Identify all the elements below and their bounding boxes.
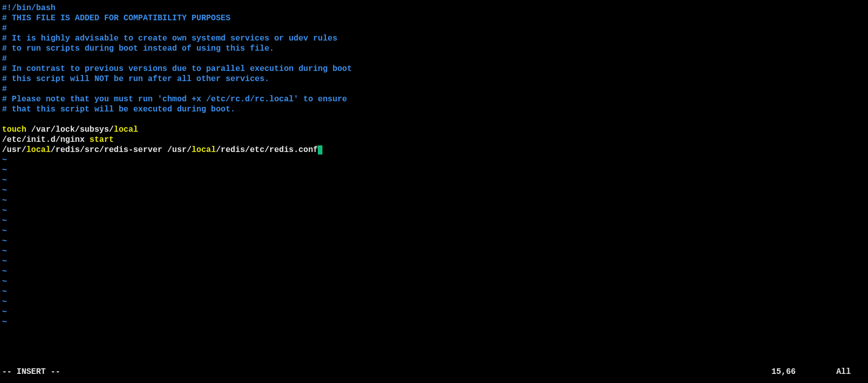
code-line: /etc/init.d/nginx start xyxy=(2,135,866,145)
code-line: /usr/local/redis/src/redis-server /usr/l… xyxy=(2,145,866,155)
code-line: # that this script will be executed duri… xyxy=(2,104,866,114)
code-segment: # Please note that you must run 'chmod +… xyxy=(2,95,347,104)
code-segment: # It is highly advisable to create own s… xyxy=(2,34,338,43)
empty-line-tilde: ~ xyxy=(2,155,866,165)
code-line: # THIS FILE IS ADDED FOR COMPATIBILITY P… xyxy=(2,13,866,23)
code-segment: /etc/init.d/nginx xyxy=(2,135,90,144)
code-segment: /usr/ xyxy=(2,145,26,155)
code-segment: /redis/src/redis-server /usr/ xyxy=(51,145,191,155)
empty-line-tilde: ~ xyxy=(2,246,866,256)
code-segment: #!/bin/bash xyxy=(2,4,56,13)
vim-scroll-position: All xyxy=(836,367,851,377)
code-line: # It is highly advisable to create own s… xyxy=(2,33,866,44)
code-segment: # xyxy=(2,54,7,63)
empty-line-tilde: ~ xyxy=(2,175,866,185)
empty-line-tilde: ~ xyxy=(2,256,866,266)
code-line: #!/bin/bash xyxy=(2,3,866,13)
empty-line-tilde: ~ xyxy=(2,165,866,175)
code-segment: # In contrast to previous versions due t… xyxy=(2,64,352,73)
code-line: touch /var/lock/subsys/local xyxy=(2,125,866,135)
empty-line-tilde: ~ xyxy=(2,206,866,216)
empty-line-tilde: ~ xyxy=(2,297,866,307)
code-segment: # THIS FILE IS ADDED FOR COMPATIBILITY P… xyxy=(2,14,230,23)
code-segment: start xyxy=(90,135,114,144)
code-segment: /var/lock/subsys/ xyxy=(26,125,114,134)
code-line: # xyxy=(2,84,866,94)
code-line: # xyxy=(2,54,866,64)
empty-line-tilde: ~ xyxy=(2,236,866,246)
empty-line-tilde: ~ xyxy=(2,277,866,287)
vim-mode-indicator: -- INSERT -- xyxy=(2,367,60,377)
code-line: # this script will NOT be run after all … xyxy=(2,74,866,84)
code-segment: touch xyxy=(2,125,26,134)
code-segment: # this script will NOT be run after all … xyxy=(2,74,269,84)
vim-cursor-position: 15,66 xyxy=(771,367,796,377)
code-segment: # to run scripts during boot instead of … xyxy=(2,44,274,53)
code-line xyxy=(2,114,866,125)
empty-line-tilde: ~ xyxy=(2,307,866,317)
empty-line-tilde: ~ xyxy=(2,216,866,226)
code-line: # xyxy=(2,23,866,33)
code-segment: local xyxy=(26,145,51,155)
empty-line-tilde: ~ xyxy=(2,266,866,277)
code-line: # to run scripts during boot instead of … xyxy=(2,44,866,54)
code-segment: # that this script will be executed duri… xyxy=(2,105,235,114)
empty-line-tilde: ~ xyxy=(2,226,866,236)
empty-line-tilde: ~ xyxy=(2,317,866,327)
code-segment: # xyxy=(2,24,7,33)
code-segment: /redis/etc/redis.conf xyxy=(216,145,318,155)
code-segment: local xyxy=(114,125,138,134)
code-line: # In contrast to previous versions due t… xyxy=(2,64,866,74)
empty-line-tilde: ~ xyxy=(2,287,866,297)
empty-line-tilde: ~ xyxy=(2,185,866,196)
vim-editor-buffer[interactable]: #!/bin/bash# THIS FILE IS ADDED FOR COMP… xyxy=(0,0,868,330)
empty-line-tilde: ~ xyxy=(2,196,866,206)
cursor-icon xyxy=(318,145,322,155)
code-line: # Please note that you must run 'chmod +… xyxy=(2,94,866,104)
code-segment: local xyxy=(191,145,216,155)
vim-status-line: -- INSERT -- 15,66 All xyxy=(2,367,866,377)
code-segment: # xyxy=(2,85,7,94)
